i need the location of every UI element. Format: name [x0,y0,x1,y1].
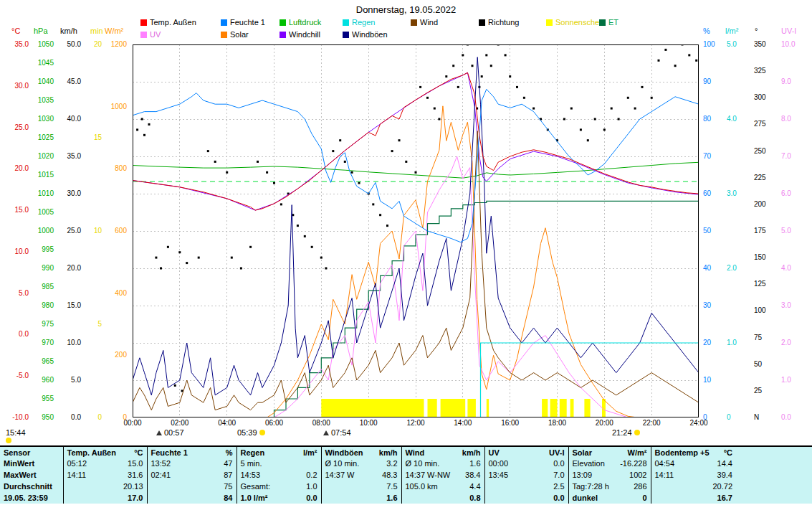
deg-tick-label: 200 [754,201,766,208]
solar-label: Solar [230,30,249,39]
legend-item-feuchte-1: Feuchte 1 [221,18,265,27]
uv-swatch-icon [140,32,147,38]
stats-cell: 00:000.0 [484,458,568,469]
hpa-tick-label: 1045 [0,60,54,67]
legend-item-windboeen: Windböen [343,30,388,39]
stats-row: Durchschnitt20.1375Gesamt:1.07.5105.0 km… [0,481,812,492]
stats-cell: 14:37 W-NW38.4 [401,469,484,481]
stats-header-cell: SolarW/m² [568,446,651,458]
stats-cell: Gesamt:1.0 [237,481,321,492]
kmh-tick-label: 20.0 [0,265,81,272]
pct-tick-label: 70 [703,153,711,160]
stats-cell: Tag:7:28 h286 [568,481,651,492]
wm2-tick-label: 0 [0,414,127,421]
et-label: ET [608,18,618,27]
temp-tick-label: 25.0 [0,124,29,131]
stats-cell: 14:1139.4 [651,469,812,481]
temp-axis-header: °C [11,27,20,35]
hpa-tick-label: 965 [0,358,54,365]
kmh-tick-label: 35.0 [0,153,81,160]
richtung-swatch-icon [479,19,485,26]
stats-header-row: SensorTemp. Außen°CFeuchte 1%Regenl/m²Wi… [0,446,812,458]
luftdruck-label: Luftdruck [289,18,321,27]
wm2-tick-label: 800 [0,165,127,172]
deg-tick-label: 125 [754,280,766,288]
uvi-tick-label: 0.0 [781,414,791,421]
uvi-tick-label: 2.0 [781,339,791,346]
hpa-tick-label: 1005 [0,209,54,216]
stats-row: MinWert05:1215.013:52475 min.Ø 10 min.3.… [0,458,812,469]
deg-tick-label: 300 [754,94,766,101]
stats-cell: 20.13 [63,481,147,492]
x-axis-tick-label: 22:00 [636,419,667,427]
uvi-tick-label: 7.0 [781,153,791,160]
wm2-tick-label: 1200 [0,41,127,48]
stats-cell: 14:37 W48.3 [321,469,401,481]
sonnenschein-swatch-icon [546,19,553,26]
kmh-tick-label: 5.0 [0,377,81,384]
moon-event-icon [156,430,162,435]
pct-tick-label: 30 [703,302,711,309]
lm2-tick-label: 3.0 [727,190,737,197]
stats-corner-cell: Sensor [0,446,63,458]
stats-row-label: Durchschnitt [0,481,63,492]
stats-row-label: MaxWert [0,469,63,481]
stats-header-cell: Regenl/m² [237,446,321,458]
page-title: Donnerstag, 19.05.2022 [0,4,812,15]
uvi-tick-label: 10.0 [781,41,795,48]
et-swatch-icon [599,19,606,26]
stats-cell: Elevation-16.228 [568,458,651,469]
stats-row: 19.05. 23:5917.0841.0 l/m²0.01.60.80.0du… [0,492,812,504]
kmh-tick-label: 30.0 [0,190,81,197]
stats-cell: 02:4187 [147,469,237,481]
x-axis-tick-label: 06:00 [259,419,290,427]
wm2-axis-header: W/m² [105,27,123,35]
stats-cell: 5 min. [237,458,321,469]
windchill-label: Windchill [289,30,320,39]
hpa-tick-label: 955 [0,395,54,402]
wm2-tick-label: 600 [0,227,127,235]
stats-header-cell: Feuchte 1% [147,446,237,458]
deg-tick-label: 25 [754,387,762,395]
stats-row-label: 19.05. 23:59 [0,492,63,504]
regen-swatch-icon [343,19,349,26]
sun-event-icon [6,438,11,443]
sun-event-icon [259,430,265,435]
sonnenschein-label: Sonnenschein [555,18,606,27]
stats-cell: 05:1215.0 [63,458,147,469]
sunmin-tick-label: 5 [0,321,102,328]
deg-axis-header: ° [755,27,758,35]
sun-event-icon [634,430,640,435]
hpa-tick-label: 1015 [0,171,54,179]
time-marker-label: 15:44 [6,428,26,437]
lm2-tick-label: 5.0 [727,41,737,48]
uvi-tick-label: 5.0 [781,227,791,235]
stats-cell: 1.0 l/m²0.0 [237,492,321,504]
x-axis-tick-label: 24:00 [683,419,715,427]
stats-cell: 0.8 [401,492,484,504]
wm2-tick-label: 200 [0,351,127,359]
uvi-tick-label: 3.0 [781,302,791,309]
hpa-tick-label: 995 [0,246,54,253]
deg-tick-label: 175 [754,227,766,235]
kmh-tick-label: 45.0 [0,78,81,85]
legend-item-wind: Wind [411,18,438,27]
stats-cell: 0.0 [484,492,568,504]
stats-header-cell: Bodentemp +5°C [651,446,812,458]
uvi-tick-label: 8.0 [781,115,791,123]
pct-tick-label: 10 [703,377,711,384]
stats-header-cell: UVUV-I [484,446,568,458]
pct-tick-label: 20 [703,339,711,346]
feuchte-1-label: Feuchte 1 [230,18,265,27]
legend-item-sonnenschein: Sonnenschein [546,18,606,27]
lm2-tick-label: 0 [727,414,731,421]
regen-label: Regen [352,18,375,27]
legend-item-temp-aussen: Temp. Außen [140,18,196,27]
windboeen-label: Windböen [352,30,388,39]
stats-cell: Ø 10 min.3.2 [321,458,401,469]
stats-cell: 1.6 [321,492,401,504]
lm2-tick-label: 1.0 [727,339,737,346]
legend-item-uv: UV [140,30,161,39]
temp-aussen-label: Temp. Außen [150,18,196,27]
time-marker-label: 05:39 [237,428,257,437]
